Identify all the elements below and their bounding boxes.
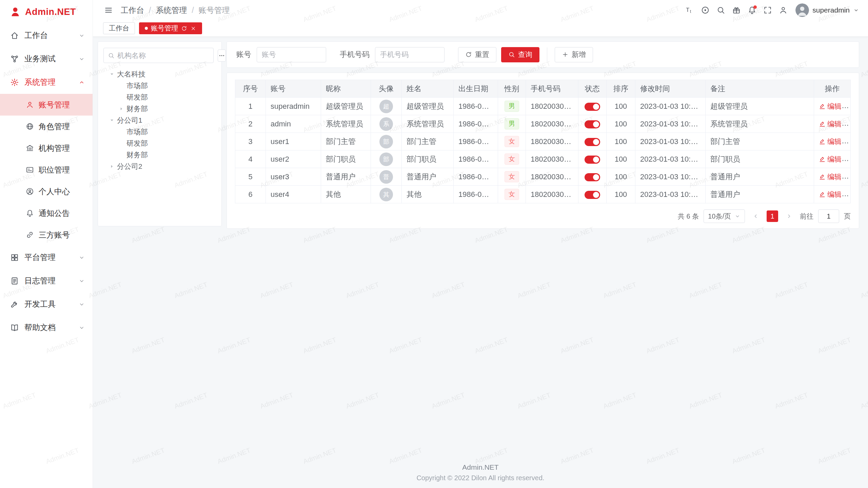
breadcrumb-item[interactable]: 账号管理 [199, 5, 230, 16]
sidebar-subitem-role-management[interactable]: 角色管理 [0, 116, 93, 137]
cell-seq: 4 [235, 150, 266, 168]
cell-birthdate: 1986-06-28 [454, 133, 498, 150]
cell-status [578, 115, 607, 133]
org-search-input-wrap [103, 48, 214, 63]
column-header: 修改时间 [635, 80, 706, 98]
search-icon [508, 51, 515, 58]
query-button[interactable]: 查询 [501, 47, 539, 62]
tree-node[interactable]: 研发部 [103, 138, 216, 149]
edit-button[interactable]: 编辑 [819, 172, 842, 182]
tree-node[interactable]: 分公司1 [103, 115, 216, 126]
status-toggle[interactable] [585, 138, 600, 146]
tree-expand-icon[interactable] [107, 70, 116, 79]
column-header: 昵称 [321, 80, 371, 98]
breadcrumb-item[interactable]: 系统管理 [156, 5, 187, 16]
add-button[interactable]: 新增 [555, 47, 593, 62]
sidebar-subitem-org-management[interactable]: 机构管理 [0, 137, 93, 159]
prev-page-button[interactable] [750, 210, 762, 222]
status-toggle[interactable] [585, 103, 600, 111]
sidebar-item-help-docs[interactable]: 帮助文档 [0, 316, 93, 339]
tree-node[interactable]: 研发部 [103, 92, 216, 103]
filter-bar: 账号 手机号码 重置 查询 新增 [226, 41, 859, 68]
gender-badge: 女 [505, 189, 519, 200]
table-row: 2 admin 系统管理员 系 系统管理员 1986-06-28 男 18020… [235, 115, 851, 133]
tree-node[interactable]: 分公司2 [103, 161, 216, 172]
cell-seq: 3 [235, 133, 266, 150]
tree-expand-icon[interactable] [117, 104, 126, 113]
edit-button[interactable]: 编辑 [819, 102, 842, 111]
sidebar-item-log-management[interactable]: 日志管理 [0, 269, 93, 292]
phone-input[interactable] [375, 47, 445, 62]
tree-node[interactable]: 大名科技 [103, 68, 216, 80]
edit-button[interactable]: 编辑 [819, 137, 842, 146]
notification-bell-icon[interactable] [745, 3, 759, 17]
edit-button[interactable]: 编辑 [819, 190, 842, 199]
org-search-input[interactable] [117, 52, 209, 60]
cell-seq: 5 [235, 168, 266, 186]
cell-nickname: 普通用户 [321, 168, 371, 186]
cell-modified: 2023-01-03 10:59:44 [635, 98, 706, 115]
status-toggle[interactable] [585, 156, 600, 164]
fullscreen-icon[interactable] [761, 3, 774, 17]
phone-label: 手机号码 [340, 49, 370, 60]
page-size-select[interactable]: 10条/页 [704, 209, 745, 223]
sidebar-item-platform-management[interactable]: 平台管理 [0, 246, 93, 269]
account-input[interactable] [257, 47, 326, 62]
column-header: 备注 [706, 80, 814, 98]
cell-phone: 18020030720 [526, 150, 578, 168]
brand-logo[interactable]: Admin.NET [0, 0, 93, 24]
cell-gender: 女 [498, 150, 526, 168]
page-number-current[interactable]: 1 [767, 210, 778, 222]
chevron-down-icon [734, 213, 741, 219]
org-more-button[interactable] [218, 49, 226, 62]
search-icon[interactable] [714, 3, 728, 17]
tab-account-management[interactable]: 账号管理 [139, 22, 202, 34]
cell-account: superadmin [266, 98, 321, 115]
tree-expand-icon[interactable] [107, 116, 116, 125]
cell-avatar: 部 [371, 150, 402, 168]
accounts-table: 序号账号昵称头像姓名出生日期性别手机号码状态排序修改时间备注操作 1 super… [235, 80, 851, 203]
cell-order: 100 [607, 150, 635, 168]
sidebar-item-dev-tools[interactable]: 开发工具 [0, 292, 93, 316]
tab-close-icon[interactable] [190, 25, 196, 32]
status-toggle[interactable] [585, 191, 600, 199]
column-header: 序号 [235, 80, 266, 98]
font-size-icon[interactable]: Tt [683, 3, 696, 17]
sidebar-subitem-third-party-account[interactable]: 三方账号 [0, 224, 93, 246]
status-toggle[interactable] [585, 120, 600, 128]
tree-node[interactable]: 财务部 [103, 149, 216, 161]
edit-button[interactable]: 编辑 [819, 119, 842, 129]
cell-phone: 18020030720 [526, 115, 578, 133]
tree-node[interactable]: 市场部 [103, 126, 216, 138]
sidebar-subitem-position-management[interactable]: 职位管理 [0, 159, 93, 181]
breadcrumb-item[interactable]: 工作台 [121, 5, 144, 16]
next-page-button[interactable] [783, 210, 795, 222]
cell-nickname: 超级管理员 [321, 98, 371, 115]
tab-refresh-icon[interactable] [181, 25, 187, 32]
sidebar-subitem-notice-announcement[interactable]: 通知公告 [0, 202, 93, 224]
tab-workbench[interactable]: 工作台 [103, 22, 135, 34]
user-menu[interactable]: superadmin [795, 3, 859, 17]
sidebar-subitem-account-management[interactable]: 账号管理 [0, 94, 93, 116]
profile-icon[interactable] [776, 3, 790, 17]
sidebar-item-workbench[interactable]: 工作台 [0, 24, 93, 47]
edit-button[interactable]: 编辑 [819, 155, 842, 164]
reset-button[interactable]: 重置 [458, 47, 496, 62]
status-toggle[interactable] [585, 173, 600, 181]
divider [547, 47, 547, 62]
hamburger-icon[interactable] [102, 3, 115, 17]
more-icon [218, 52, 225, 59]
cell-gender: 男 [498, 115, 526, 133]
gift-icon[interactable] [730, 3, 743, 17]
goto-page-input[interactable] [818, 209, 839, 223]
cell-actions: 编辑 [814, 186, 851, 203]
sidebar-subitem-personal-center[interactable]: 个人中心 [0, 181, 93, 202]
tree-node[interactable]: 财务部 [103, 103, 216, 115]
sidebar-item-system-management[interactable]: 系统管理 [0, 70, 93, 94]
sidebar-item-business-test[interactable]: 业务测试 [0, 47, 93, 70]
tree-expand-icon[interactable] [107, 162, 116, 171]
tree-node[interactable]: 市场部 [103, 80, 216, 92]
locate-icon[interactable] [698, 3, 712, 17]
cell-account: admin [266, 115, 321, 133]
cell-name: 普通用户 [402, 168, 454, 186]
